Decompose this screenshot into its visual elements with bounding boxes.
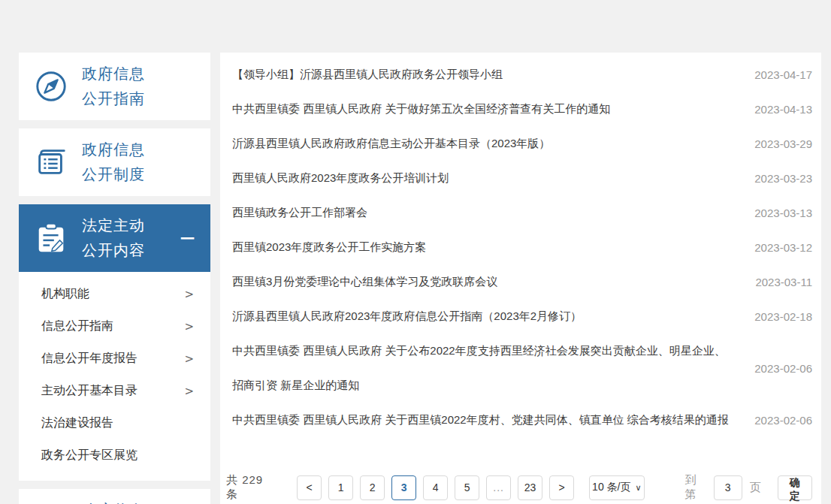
sidebar-item-label: 政府信息 公开指南 (82, 62, 200, 111)
submenu-item-basic-catalog[interactable]: 主动公开基本目录 > (19, 375, 210, 407)
page-button-23[interactable]: 23 (518, 475, 542, 500)
chevron-right-icon: > (184, 385, 194, 398)
sidebar-submenu: 机构职能 > 信息公开指南 > 信息公开年度报告 > 主动公开基本目录 > 法治… (19, 272, 210, 476)
article-title[interactable]: 沂源县西里镇人民政府政府信息主动公开基本目录（2023年版） (232, 126, 743, 161)
book-icon (34, 145, 68, 180)
chevron-down-icon: ∨ (635, 483, 641, 493)
submenu-item-annual-report[interactable]: 信息公开年度报告 > (19, 343, 210, 375)
list-item[interactable]: 西里镇政务公开工作部署会 2023-03-13 (232, 195, 812, 230)
submenu-item-open-gov-zone[interactable]: 政务公开专区展览 (19, 439, 210, 472)
page-ellipsis-button[interactable]: ... (486, 475, 511, 500)
article-date: 2023-03-11 (743, 276, 812, 288)
page: 政府信息 公开指南 政府信息 公开制度 (0, 0, 831, 504)
article-title[interactable]: 西里镇人民政府2023年度政务公开培训计划 (232, 161, 743, 195)
article-title[interactable]: 西里镇政务公开工作部署会 (232, 195, 743, 230)
list-item[interactable]: 沂源县西里镇人民政府政府信息主动公开基本目录（2023年版） 2023-03-2… (232, 126, 812, 161)
article-date: 2023-03-13 (743, 207, 812, 219)
list-item[interactable]: 中共西里镇委 西里镇人民政府 关于西里镇2022年度村、党建共同体、镇直单位 综… (232, 403, 812, 437)
list-item[interactable]: 沂源县西里镇人民政府2023年度政府信息公开指南（2023年2月修订） 2023… (232, 299, 812, 333)
prev-page-button[interactable]: < (297, 475, 322, 500)
total-count: 共 229 条 (226, 473, 276, 502)
article-date: 2023-02-06 (743, 414, 812, 427)
jump-suffix-label: 页 (750, 481, 761, 495)
pagination: 共 229 条 < 1 2 3 4 5 ... 23 > 10 条/页 ∨ 到第… (226, 475, 812, 500)
submenu-item-agency-functions[interactable]: 机构职能 > (19, 278, 210, 310)
article-list-panel: 【领导小组】沂源县西里镇人民政府政务公开领导小组 2023-04-17 中共西里… (220, 53, 821, 504)
article-title[interactable]: 中共西里镇委 西里镇人民政府 关于公布2022年度支持西里经济社会发展突出贡献企… (232, 333, 743, 403)
sidebar-item-label: 政府信息 公开制度 (82, 137, 200, 187)
list-item[interactable]: 【领导小组】沂源县西里镇人民政府政务公开领导小组 2023-04-17 (232, 57, 812, 92)
compass-icon (34, 69, 68, 104)
article-title[interactable]: 中共西里镇委 西里镇人民政府 关于做好第五次全国经济普查有关工作的通知 (232, 92, 743, 126)
list-item[interactable]: 中共西里镇委 西里镇人民政府 关于公布2022年度支持西里经济社会发展突出贡献企… (232, 333, 812, 403)
list-item[interactable]: 西里镇3月份党委理论中心组集体学习及党政联席会议 2023-03-11 (232, 264, 812, 299)
chevron-right-icon: > (184, 352, 194, 366)
sidebar-item-label: 政府信息 公开年报 (82, 498, 180, 504)
chevron-right-icon: > (184, 320, 194, 333)
list-item[interactable]: 中共西里镇委 西里镇人民政府 关于做好第五次全国经济普查有关工作的通知 2023… (232, 92, 812, 126)
sidebar-item-label: 法定主动 公开内容 (82, 213, 180, 263)
article-title[interactable]: 西里镇2023年度政务公开工作实施方案 (232, 230, 743, 264)
sidebar: 政府信息 公开指南 政府信息 公开制度 (19, 53, 210, 504)
sidebar-item-gov-info-system[interactable]: 政府信息 公开制度 (19, 128, 210, 196)
page-size-select[interactable]: 10 条/页 ∨ (589, 475, 644, 500)
article-title[interactable]: 西里镇3月份党委理论中心组集体学习及党政联席会议 (232, 264, 743, 299)
page-button-5[interactable]: 5 (455, 475, 479, 500)
sidebar-item-gov-info-guide[interactable]: 政府信息 公开指南 (19, 53, 210, 120)
sidebar-item-annual-gov-report[interactable]: 政府信息 公开年报 + (19, 489, 210, 504)
article-title[interactable]: 【领导小组】沂源县西里镇人民政府政务公开领导小组 (232, 57, 743, 92)
article-date: 2023-03-12 (743, 241, 812, 254)
article-date: 2023-02-18 (743, 310, 812, 323)
next-page-button[interactable]: > (549, 475, 574, 500)
article-date: 2023-04-13 (743, 103, 812, 116)
article-title[interactable]: 中共西里镇委 西里镇人民政府 关于西里镇2022年度村、党建共同体、镇直单位 综… (232, 403, 743, 437)
article-date: 2023-02-06 (743, 362, 812, 375)
clipboard-pencil-icon (34, 221, 68, 255)
jump-page-input[interactable] (714, 475, 742, 500)
collapse-icon[interactable]: − (180, 225, 195, 252)
chevron-right-icon: > (184, 288, 194, 301)
submenu-item-law-construction-report[interactable]: 法治建设报告 (19, 407, 210, 439)
page-button-2[interactable]: 2 (360, 475, 385, 500)
article-date: 2023-03-23 (743, 172, 812, 185)
page-button-1[interactable]: 1 (328, 475, 353, 500)
sidebar-item-legal-disclosure[interactable]: 法定主动 公开内容 − (19, 204, 210, 272)
list-item[interactable]: 西里镇人民政府2023年度政务公开培训计划 2023-03-23 (232, 161, 812, 195)
page-button-4[interactable]: 4 (423, 475, 448, 500)
article-date: 2023-03-29 (743, 137, 812, 150)
list-item[interactable]: 西里镇2023年度政务公开工作实施方案 2023-03-12 (232, 230, 812, 264)
sidebar-group-legal-disclosure: 法定主动 公开内容 − 机构职能 > 信息公开指南 > 信息公开年度报告 > (19, 204, 210, 481)
submenu-item-disclosure-guide[interactable]: 信息公开指南 > (19, 310, 210, 343)
article-date: 2023-04-17 (743, 68, 812, 81)
confirm-button[interactable]: 确定 (778, 475, 812, 500)
article-title[interactable]: 沂源县西里镇人民政府2023年度政府信息公开指南（2023年2月修订） (232, 299, 743, 333)
page-button-3-active[interactable]: 3 (391, 475, 416, 500)
jump-prefix-label: 到第 (685, 473, 706, 502)
